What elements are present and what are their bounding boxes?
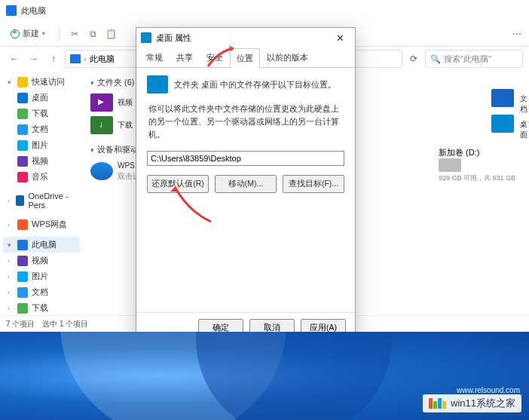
move-button[interactable]: 移动(M)... [215,175,277,193]
desktop-icon [147,75,168,94]
search-icon: 🔍 [430,54,441,64]
more-icon[interactable]: ⋯ [511,28,523,40]
restore-button[interactable]: 还原默认值(R) [147,175,209,193]
cut-icon[interactable]: ✂ [69,28,81,40]
properties-dialog: 桌面 属性 ✕ 常规 共享 安全 位置 以前的版本 文件夹 桌面 中的文件存储于… [136,27,356,344]
drive-d[interactable]: 新加卷 (D:) 929 GB 可用，共 931 GB [439,147,515,183]
plus-icon [11,29,20,38]
sidebar-item-docs[interactable]: 文档 [3,121,80,137]
video-icon [17,156,28,167]
download-folder-icon [90,116,113,134]
sidebar-item-video[interactable]: 视频 [3,153,80,169]
titlebar: 此电脑 [0,0,529,21]
dialog-titlebar: 桌面 属性 ✕ [136,28,355,48]
drive-icon [439,158,461,172]
music-icon [17,172,28,182]
doc-icon [17,124,28,135]
watermark: win11系统之家 [423,394,521,412]
doc-icon [17,287,28,298]
folder-desktop[interactable]: 桌面 [491,115,514,133]
search-placeholder: 搜索"此电脑" [444,54,491,65]
sidebar-item-docs2[interactable]: ›文档 [3,284,80,300]
divider [59,27,60,41]
search-input[interactable]: 🔍 搜索"此电脑" [425,50,523,68]
tab-previous[interactable]: 以前的版本 [260,48,315,67]
sidebar-item-music[interactable]: 音乐 [3,169,80,185]
copy-icon[interactable]: ⧉ [87,28,99,40]
download-icon [17,303,28,314]
download-icon [17,109,28,119]
folder-docs[interactable]: 文档 [491,89,514,107]
sidebar-item-pics[interactable]: 图片 [3,137,80,153]
sidebar-item-pc[interactable]: ▾此电脑 [3,237,80,253]
path-input[interactable] [147,151,344,166]
refresh-button[interactable]: ⟳ [405,51,422,67]
doc-folder-icon [491,89,514,107]
sidebar-item-quick[interactable]: ▾快速访问 [3,74,80,90]
wps-cloud-icon [90,162,113,180]
sidebar-item-download[interactable]: 下载 [3,106,80,121]
sidebar-item-video2[interactable]: ›视频 [3,253,80,268]
new-button[interactable]: 新建 ▾ [6,25,50,42]
up-button[interactable]: ↑ [45,51,62,67]
wps-icon [17,219,28,230]
dialog-title: 桌面 属性 [156,32,191,44]
breadcrumb-root: 此电脑 [90,54,115,65]
logo-icon [429,398,446,409]
sidebar-item-wps[interactable]: ›WPS网盘 [3,216,80,232]
paste-icon[interactable]: 📋 [105,28,117,40]
find-button[interactable]: 查找目标(F)... [283,175,344,193]
pic-icon [17,140,28,151]
desktop-icon [17,93,28,103]
video-folder-icon [90,94,113,112]
pic-icon [17,271,28,282]
sidebar-item-pics2[interactable]: ›图片 [3,268,80,284]
forward-button[interactable]: → [26,51,42,67]
dialog-body: 文件夹 桌面 中的文件存储于以下目标位置。 你可以将此文件夹中文件存储的位置更改… [136,68,355,312]
cloud-icon [16,195,24,206]
status-count: 7 个项目 [6,319,35,330]
folder-icon [141,32,151,43]
tab-location[interactable]: 位置 [230,48,260,68]
close-button[interactable]: ✕ [329,32,350,44]
pc-icon [70,54,81,63]
back-button[interactable]: ← [6,51,23,67]
tabs: 常规 共享 安全 位置 以前的版本 [136,48,355,68]
dialog-desc: 文件夹 桌面 中的文件存储于以下目标位置。 [174,79,336,90]
watermark-text: win11系统之家 [451,397,515,410]
watermark-url: www.relsound.com [457,386,520,394]
sidebar-item-dl2[interactable]: ›下载 [3,300,80,316]
tab-share[interactable]: 共享 [170,48,200,67]
tab-general[interactable]: 常规 [139,48,170,67]
star-icon [17,77,28,87]
status-selected: 选中 1 个项目 [42,319,88,330]
tab-security[interactable]: 安全 [200,48,230,67]
sidebar-item-onedrive[interactable]: ›OneDrive - Pers [3,189,80,212]
pc-icon [6,5,17,16]
dialog-hint: 你可以将此文件夹中文件存储的位置更改为此硬盘上的另一个位置、另一个驱动器或网络上… [147,103,344,140]
video-icon [17,256,28,266]
pc-icon [17,240,28,250]
sidebar: ▾快速访问 桌面 下载 文档 图片 视频 音乐 ›OneDrive - Pers… [0,71,83,326]
window-title: 此电脑 [21,5,46,17]
new-label: 新建 [23,28,39,39]
desktop-folder-icon [491,115,514,133]
sidebar-item-desktop[interactable]: 桌面 [3,90,80,106]
